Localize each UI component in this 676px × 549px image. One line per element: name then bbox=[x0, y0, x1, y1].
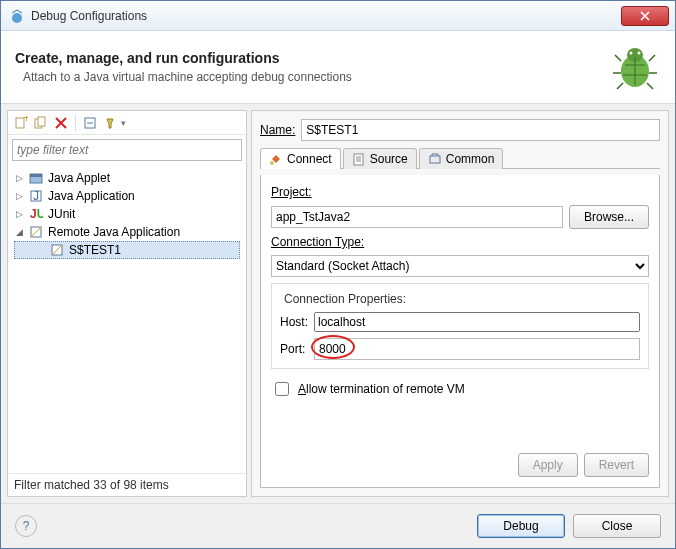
svg-text:JU: JU bbox=[30, 207, 43, 221]
delete-config-icon[interactable] bbox=[52, 114, 70, 132]
allow-termination-checkbox[interactable]: Allow termination of remote VM bbox=[271, 379, 649, 399]
tree-item-java-application[interactable]: ▷ J Java Application bbox=[14, 187, 240, 205]
debug-button[interactable]: Debug bbox=[477, 514, 565, 538]
host-input[interactable] bbox=[314, 312, 640, 332]
tree-item-java-applet[interactable]: ▷ Java Applet bbox=[14, 169, 240, 187]
svg-rect-19 bbox=[430, 156, 440, 163]
right-pane: Name: Connect Source Common Project: bbox=[251, 110, 669, 497]
svg-point-0 bbox=[12, 13, 22, 23]
svg-text:J: J bbox=[33, 189, 39, 203]
revert-button[interactable]: Revert bbox=[584, 453, 649, 477]
tab-connect[interactable]: Connect bbox=[260, 148, 341, 169]
filter-status: Filter matched 33 of 98 items bbox=[8, 473, 246, 496]
source-icon bbox=[352, 152, 366, 166]
tab-common[interactable]: Common bbox=[419, 148, 504, 169]
applet-icon bbox=[28, 170, 44, 186]
collapse-icon[interactable]: ◢ bbox=[14, 227, 24, 237]
host-label: Host: bbox=[280, 315, 308, 329]
left-pane: + ▾ ▷ Java Applet ▷ J bbox=[7, 110, 247, 497]
header-subtitle: Attach to a Java virtual machine accepti… bbox=[23, 70, 609, 84]
allow-termination-label: Allow termination of remote VM bbox=[298, 382, 465, 396]
svg-point-4 bbox=[638, 52, 641, 55]
connection-properties-group: Connection Properties: Host: Port: bbox=[271, 283, 649, 369]
tab-label: Source bbox=[370, 152, 408, 166]
junit-icon: JU bbox=[28, 206, 44, 222]
tab-label: Connect bbox=[287, 152, 332, 166]
svg-rect-11 bbox=[30, 174, 42, 177]
duplicate-config-icon[interactable] bbox=[32, 114, 50, 132]
svg-rect-8 bbox=[38, 117, 45, 126]
project-input[interactable] bbox=[271, 206, 563, 228]
connection-properties-label: Connection Properties: bbox=[280, 292, 410, 306]
filter-input[interactable] bbox=[12, 139, 242, 161]
apply-button[interactable]: Apply bbox=[518, 453, 578, 477]
tree-label: JUnit bbox=[48, 207, 75, 221]
config-toolbar: + ▾ bbox=[8, 111, 246, 135]
tree-label: S$TEST1 bbox=[69, 243, 121, 257]
name-input[interactable] bbox=[301, 119, 660, 141]
allow-termination-input[interactable] bbox=[275, 382, 289, 396]
new-config-icon[interactable]: + bbox=[12, 114, 30, 132]
common-icon bbox=[428, 152, 442, 166]
launch-config-icon bbox=[49, 242, 65, 258]
remote-java-icon bbox=[28, 224, 44, 240]
collapse-all-icon[interactable] bbox=[81, 114, 99, 132]
connection-type-select[interactable]: Standard (Socket Attach) bbox=[271, 255, 649, 277]
name-label: Name: bbox=[260, 123, 295, 137]
filter-icon[interactable] bbox=[101, 114, 119, 132]
tab-source[interactable]: Source bbox=[343, 148, 417, 169]
header: Create, manage, and run configurations A… bbox=[1, 31, 675, 104]
filter-field bbox=[12, 139, 242, 161]
tab-label: Common bbox=[446, 152, 495, 166]
footer: ? Debug Close bbox=[1, 503, 675, 548]
expand-icon[interactable]: ▷ bbox=[14, 173, 24, 183]
tree-label: Java Applet bbox=[48, 171, 110, 185]
app-icon bbox=[9, 8, 25, 24]
titlebar: Debug Configurations bbox=[1, 1, 675, 31]
window-close-button[interactable] bbox=[621, 6, 669, 26]
help-button[interactable]: ? bbox=[15, 515, 37, 537]
svg-point-3 bbox=[630, 52, 633, 55]
tree-item-remote-java[interactable]: ◢ Remote Java Application bbox=[14, 223, 240, 241]
port-label: Port: bbox=[280, 342, 308, 356]
connection-type-label: Connection Type: bbox=[271, 235, 649, 249]
expand-icon[interactable]: ▷ bbox=[14, 191, 24, 201]
connect-icon bbox=[269, 152, 283, 166]
window-title: Debug Configurations bbox=[31, 9, 621, 23]
tree-label: Java Application bbox=[48, 189, 135, 203]
close-button[interactable]: Close bbox=[573, 514, 661, 538]
dialog-window: Debug Configurations Create, manage, and… bbox=[0, 0, 676, 549]
bug-icon bbox=[609, 41, 661, 93]
browse-button[interactable]: Browse... bbox=[569, 205, 649, 229]
tree-item-sstest1[interactable]: S$TEST1 bbox=[14, 241, 240, 259]
java-app-icon: J bbox=[28, 188, 44, 204]
tree-item-junit[interactable]: ▷ JU JUnit bbox=[14, 205, 240, 223]
tab-bar: Connect Source Common bbox=[260, 147, 660, 169]
svg-point-17 bbox=[270, 161, 274, 165]
connect-panel: Project: Browse... Connection Type: Stan… bbox=[260, 175, 660, 488]
svg-text:+: + bbox=[23, 116, 28, 125]
expand-icon[interactable]: ▷ bbox=[14, 209, 24, 219]
header-title: Create, manage, and run configurations bbox=[15, 50, 609, 66]
port-input[interactable] bbox=[314, 338, 640, 360]
project-label: Project: bbox=[271, 185, 649, 199]
tree-label: Remote Java Application bbox=[48, 225, 180, 239]
config-tree[interactable]: ▷ Java Applet ▷ J Java Application ▷ JU … bbox=[8, 165, 246, 473]
